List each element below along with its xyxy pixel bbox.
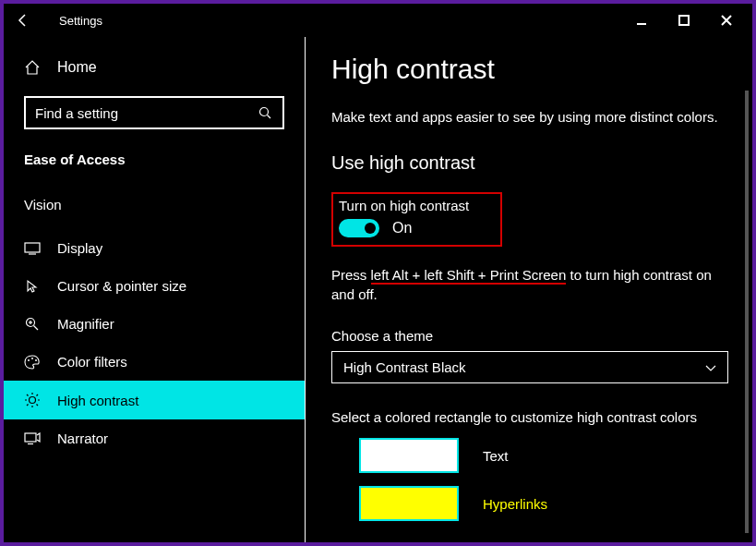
toggle-label: Turn on high contrast: [339, 198, 469, 213]
svg-point-12: [35, 359, 37, 361]
group-label: Vision: [4, 197, 305, 229]
shortcut-hint: Press left Alt + left Shift + Print Scre…: [331, 265, 728, 304]
palette-icon: [24, 355, 41, 370]
window-title: Settings: [59, 14, 102, 28]
svg-line-9: [34, 325, 39, 330]
svg-rect-1: [679, 16, 689, 25]
shortcut-keys: left Alt + left Shift + Print Screen: [371, 267, 567, 285]
page-description: Make text and apps easier to see by usin…: [331, 109, 728, 125]
shortcut-pre: Press: [331, 267, 371, 283]
swatch-hyperlinks-label: Hyperlinks: [483, 496, 547, 512]
svg-line-3: [267, 115, 270, 118]
sidebar-item-label: Display: [57, 240, 102, 256]
sidebar-item-label: Cursor & pointer size: [57, 278, 186, 294]
sidebar-item-magnifier[interactable]: Magnifier: [4, 305, 305, 343]
sidebar-item-highcontrast[interactable]: High contrast: [4, 381, 305, 419]
titlebar: Settings: [4, 4, 752, 37]
back-button[interactable]: [11, 8, 35, 32]
section-heading: Use high contrast: [331, 152, 728, 174]
swatch-label: Select a colored rectangle to customize …: [331, 409, 728, 425]
swatch-text-label: Text: [483, 448, 509, 464]
search-icon: [257, 106, 273, 120]
sidebar-item-cursor[interactable]: Cursor & pointer size: [4, 267, 305, 305]
search-input[interactable]: [35, 105, 257, 121]
theme-value: High Contrast Black: [343, 359, 466, 375]
sidebar: Home Ease of Access Vision Display Curso…: [4, 37, 306, 542]
svg-point-2: [259, 107, 268, 115]
settings-window: Settings Home: [0, 0, 756, 546]
sidebar-item-label: Color filters: [57, 354, 127, 370]
search-input-wrapper[interactable]: [24, 96, 284, 129]
svg-point-10: [28, 359, 30, 361]
monitor-icon: [24, 242, 41, 255]
sidebar-item-label: High contrast: [57, 393, 138, 408]
scrollbar[interactable]: [745, 91, 749, 533]
home-link[interactable]: Home: [4, 54, 305, 89]
nav-list: Display Cursor & pointer size Magnifier …: [4, 229, 305, 457]
svg-line-18: [27, 394, 29, 396]
magnifier-icon: [24, 317, 41, 332]
svg-rect-4: [25, 243, 40, 252]
annotation-highlight: Turn on high contrast On: [331, 192, 502, 247]
high-contrast-toggle[interactable]: [339, 219, 379, 237]
sidebar-item-colorfilters[interactable]: Color filters: [4, 343, 305, 381]
sidebar-item-label: Narrator: [57, 431, 108, 446]
narrator-icon: [24, 432, 41, 445]
sidebar-item-narrator[interactable]: Narrator: [4, 419, 305, 457]
category-heading: Ease of Access: [4, 146, 305, 197]
svg-line-20: [27, 405, 29, 406]
chevron-down-icon: [705, 359, 716, 375]
toggle-state: On: [392, 220, 412, 237]
svg-point-13: [30, 397, 36, 404]
sidebar-item-label: Magnifier: [57, 316, 114, 332]
sidebar-item-display[interactable]: Display: [4, 229, 305, 267]
close-button[interactable]: [717, 11, 736, 30]
content-area: High contrast Make text and apps easier …: [306, 37, 752, 542]
maximize-button[interactable]: [675, 11, 693, 30]
cursor-icon: [24, 279, 41, 294]
home-icon: [24, 59, 41, 76]
swatch-text[interactable]: [359, 438, 459, 473]
theme-label: Choose a theme: [331, 328, 728, 344]
swatch-hyperlinks[interactable]: [359, 486, 459, 521]
svg-rect-22: [25, 433, 36, 442]
svg-line-19: [37, 405, 39, 406]
page-title: High contrast: [331, 54, 728, 85]
minimize-button[interactable]: [632, 11, 651, 30]
brightness-icon: [24, 392, 41, 408]
home-label: Home: [57, 59, 97, 76]
svg-line-21: [37, 394, 39, 396]
svg-point-11: [31, 358, 33, 359]
theme-select[interactable]: High Contrast Black: [331, 351, 728, 383]
